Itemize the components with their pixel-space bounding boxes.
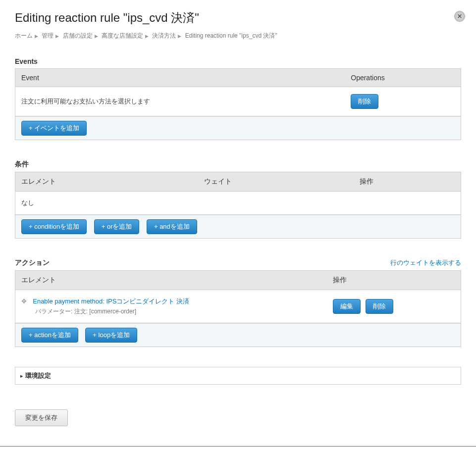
events-col-event: Event: [15, 69, 345, 87]
events-col-ops: Operations: [345, 69, 461, 87]
cond-col-weight: ウェイト: [198, 172, 354, 192]
table-row: 注文に利用可能なお支払い方法を選択します 削除: [15, 87, 461, 116]
chevron-right-icon: ▶: [55, 34, 59, 39]
cond-col-element: エレメント: [15, 172, 198, 192]
breadcrumb-current: Editing reaction rule "ips_cvd 決済": [185, 32, 277, 39]
settings-fieldset[interactable]: ▸環境設定: [15, 367, 461, 385]
action-link[interactable]: Enable payment method: IPSコンビニダイレクト 決済: [33, 298, 189, 305]
actions-col-element: エレメント: [15, 271, 327, 290]
actions-col-ops: 操作: [327, 271, 461, 290]
breadcrumb: ホーム▶ 管理▶ 店舗の設定▶ 高度な店舗設定▶ 決済方法▶ Editing r…: [15, 32, 461, 40]
breadcrumb-payment[interactable]: 決済方法: [152, 32, 176, 39]
chevron-right-icon: ▶: [35, 34, 38, 39]
breadcrumb-admin[interactable]: 管理: [42, 32, 53, 39]
delete-action-button[interactable]: 削除: [366, 299, 393, 314]
add-action-button[interactable]: + actionを追加: [21, 328, 78, 343]
table-row: なし: [15, 192, 461, 215]
event-label: 注文に利用可能なお支払い方法を選択します: [15, 87, 345, 116]
actions-table: エレメント 操作 ✥ Enable payment method: IPSコンビ…: [15, 270, 461, 347]
events-table: Event Operations 注文に利用可能なお支払い方法を選択します 削除…: [15, 68, 461, 140]
chevron-right-icon: ▶: [95, 34, 98, 39]
add-loop-button[interactable]: + loopを追加: [85, 328, 137, 343]
add-and-button[interactable]: + andを追加: [147, 219, 197, 234]
chevron-right-icon: ▶: [178, 34, 181, 39]
close-icon[interactable]: ✕: [454, 11, 465, 22]
breadcrumb-store[interactable]: 店舗の設定: [63, 32, 93, 39]
edit-action-button[interactable]: 編集: [333, 299, 361, 314]
breadcrumb-advanced[interactable]: 高度な店舗設定: [102, 32, 143, 39]
add-event-button[interactable]: + イベントを追加: [21, 121, 87, 136]
chevron-right-icon: ▶: [145, 34, 149, 39]
delete-event-button[interactable]: 削除: [351, 94, 378, 109]
events-heading: Events: [15, 57, 38, 65]
table-row: ✥ Enable payment method: IPSコンビニダイレクト 決済…: [15, 290, 461, 323]
save-button[interactable]: 変更を保存: [15, 409, 68, 426]
bottom-border: [0, 446, 476, 447]
add-or-button[interactable]: + orを追加: [94, 219, 140, 234]
actions-heading: アクション: [15, 258, 50, 267]
triangle-right-icon: ▸: [20, 373, 23, 379]
conditions-table: エレメント ウェイト 操作 なし + conditionを追加 + orを追加 …: [15, 172, 461, 239]
show-row-weights-link[interactable]: 行のウェイトを表示する: [390, 258, 461, 267]
settings-label: 環境設定: [25, 372, 51, 379]
breadcrumb-home[interactable]: ホーム: [15, 32, 33, 39]
cond-col-ops: 操作: [354, 172, 461, 192]
conditions-heading: 条件: [15, 160, 29, 169]
drag-handle-icon[interactable]: ✥: [21, 298, 29, 305]
add-condition-button[interactable]: + conditionを追加: [21, 219, 87, 234]
page-title: Editing reaction rule "ips_cvd 決済": [15, 10, 461, 26]
action-params: パラメーター: 注文: [commerce-order]: [35, 307, 321, 316]
cond-none: なし: [15, 192, 461, 215]
